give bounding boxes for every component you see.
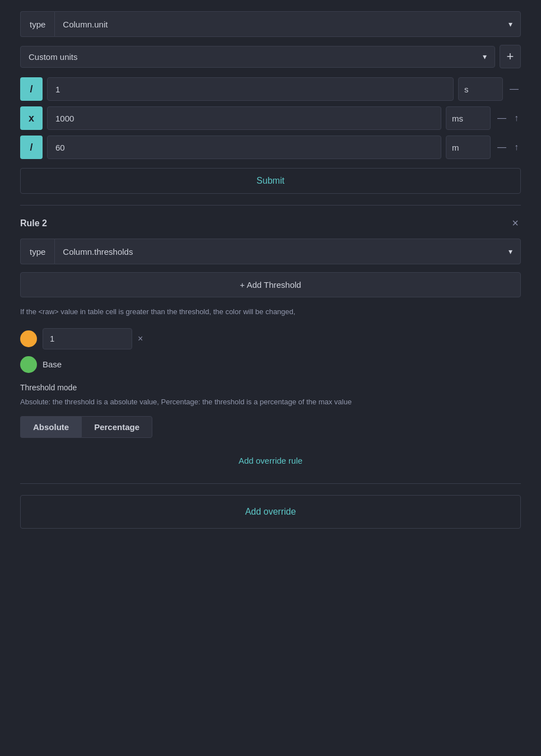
unit-name-input-3[interactable]: [446, 136, 491, 159]
custom-units-select[interactable]: Custom units ▾: [20, 46, 495, 68]
minus-icon-1: —: [510, 84, 519, 94]
up-arrow-icon-2: ↑: [514, 113, 519, 123]
unit-remove-button-3[interactable]: —: [495, 140, 509, 155]
rule2-close-icon: ×: [512, 217, 519, 229]
rule2-header: Rule 2 ×: [20, 217, 521, 230]
unit-actions-2: — ↑: [495, 111, 521, 125]
unit-row-3: / — ↑: [20, 136, 521, 159]
rule2-type-row: type Column.thresholds ▾: [20, 239, 521, 264]
unit-op-2[interactable]: x: [20, 106, 43, 130]
unit-name-input-1[interactable]: [458, 77, 503, 101]
add-threshold-label: + Add Threshold: [240, 280, 301, 290]
rule2-title: Rule 2: [20, 218, 47, 228]
add-override-label: Add override: [245, 507, 296, 516]
unit-value-input-3[interactable]: [47, 136, 441, 159]
percentage-mode-label: Percentage: [94, 422, 139, 432]
add-override-rule-label: Add override rule: [239, 456, 302, 465]
section-divider: [20, 205, 521, 206]
threshold-mode-buttons: Absolute Percentage: [20, 416, 521, 438]
threshold-remove-button-1[interactable]: ×: [138, 334, 143, 344]
threshold-close-icon-1: ×: [138, 334, 143, 343]
unit-row-2: x — ↑: [20, 106, 521, 130]
add-unit-button[interactable]: +: [500, 45, 521, 68]
top-type-row: type Column.unit ▾: [20, 11, 521, 37]
unit-row-1: / —: [20, 77, 521, 101]
unit-name-input-2[interactable]: [446, 106, 491, 130]
custom-units-chevron-icon: ▾: [483, 52, 487, 61]
unit-remove-button-2[interactable]: —: [495, 111, 509, 125]
bottom-divider: [20, 483, 521, 484]
threshold-info-text: If the <raw> value in table cell is grea…: [20, 306, 521, 318]
threshold-mode-desc: Absolute: the threshold is a absolute va…: [20, 396, 521, 408]
unit-remove-button-1[interactable]: —: [507, 82, 521, 96]
unit-up-button-2[interactable]: ↑: [512, 111, 521, 125]
percentage-mode-button[interactable]: Percentage: [81, 416, 152, 438]
rule2-close-button[interactable]: ×: [510, 217, 521, 230]
absolute-mode-label: Absolute: [33, 422, 69, 432]
unit-op-3[interactable]: /: [20, 136, 43, 159]
threshold-item-1: ×: [20, 328, 521, 349]
top-type-select-value: Column.unit: [63, 20, 108, 29]
unit-actions-3: — ↑: [495, 140, 521, 155]
submit-button[interactable]: Submit: [20, 168, 521, 194]
add-threshold-button[interactable]: + Add Threshold: [20, 272, 521, 297]
absolute-mode-button[interactable]: Absolute: [20, 416, 81, 438]
unit-actions-1: —: [507, 82, 521, 96]
unit-op-1[interactable]: /: [20, 77, 43, 101]
up-arrow-icon-3: ↑: [514, 142, 519, 152]
unit-value-input-1[interactable]: [47, 77, 454, 101]
threshold-base-item: Base: [20, 356, 521, 373]
add-override-rule-link[interactable]: Add override rule: [20, 451, 521, 470]
rule2-type-label: type: [20, 239, 54, 264]
top-type-select[interactable]: Column.unit ▾: [54, 11, 521, 37]
custom-units-row: Custom units ▾ +: [20, 45, 521, 68]
rule2-type-select-value: Column.thresholds: [63, 247, 133, 256]
threshold-base-label: Base: [43, 360, 62, 369]
rule2-type-chevron-icon: ▾: [509, 247, 512, 256]
minus-icon-2: —: [497, 113, 506, 123]
top-type-chevron-icon: ▾: [509, 20, 512, 29]
add-override-button[interactable]: Add override: [20, 495, 521, 529]
threshold-value-input-1[interactable]: [43, 328, 132, 349]
threshold-info-content: If the <raw> value in table cell is grea…: [20, 307, 295, 316]
rule2-type-label-text: type: [30, 247, 45, 256]
submit-label: Submit: [256, 176, 285, 185]
threshold-color-dot-1[interactable]: [20, 330, 37, 347]
rule2-type-select[interactable]: Column.thresholds ▾: [54, 239, 521, 264]
threshold-mode-title: Threshold mode: [20, 383, 521, 392]
unit-up-button-3[interactable]: ↑: [512, 140, 521, 155]
custom-units-label: Custom units: [29, 52, 78, 62]
minus-icon-3: —: [497, 142, 506, 152]
threshold-base-color-dot[interactable]: [20, 356, 37, 373]
unit-value-input-2[interactable]: [47, 106, 441, 130]
top-type-label: type: [20, 11, 54, 37]
top-type-label-text: type: [30, 20, 45, 29]
